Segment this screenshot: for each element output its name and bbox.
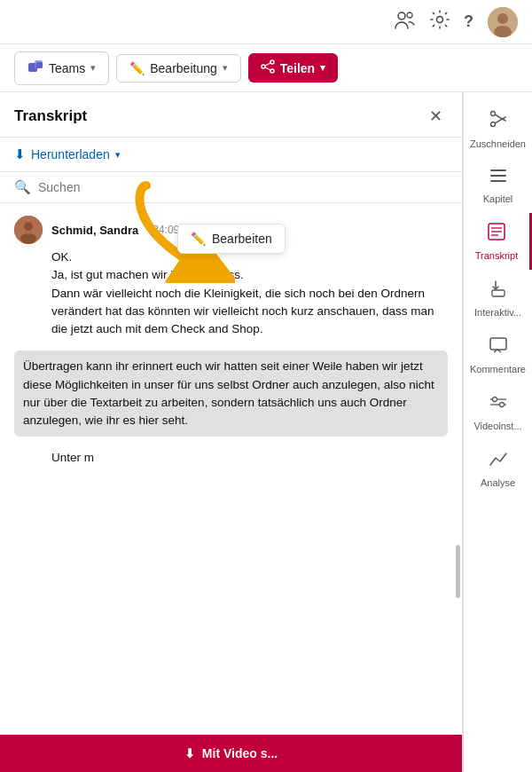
message-block-partial: Unter m <box>14 449 448 467</box>
sidebar-item-analyse[interactable]: Analyse <box>464 440 532 497</box>
main-area: Transkript ✕ ⬇ Herunterladen ▾ 🔍 <box>0 92 532 772</box>
share-button[interactable]: Teilen ▾ <box>248 53 338 83</box>
teams-label: Teams <box>49 61 85 75</box>
svg-rect-29 <box>492 290 505 296</box>
sidebar-label-zuschneiden: Zuschneiden <box>470 138 526 149</box>
sidebar-label-videoeinst: Videoinst... <box>473 421 521 431</box>
download-bar: ⬇ Herunterladen ▾ <box>0 138 462 172</box>
svg-point-9 <box>270 60 274 64</box>
share-chevron: ▾ <box>320 62 325 74</box>
svg-line-13 <box>265 67 270 70</box>
sidebar-label-kapitel: Kapitel <box>483 193 513 204</box>
sidebar-label-transkript: Transkript <box>475 250 519 261</box>
mit-video-button[interactable]: ⬇ Mit Video s... <box>0 735 462 772</box>
share-icon <box>261 59 275 76</box>
transcript-header: Transkript ✕ <box>0 92 462 138</box>
transcript-content[interactable]: Schmid, Sandra 34:09 OK. Ja, ist gut mac… <box>0 203 462 772</box>
sidebar-label-interaktiv: Interaktiv... <box>474 307 521 318</box>
sidebar-item-zuschneiden[interactable]: Zuschneiden <box>464 99 532 158</box>
download-link[interactable]: ⬇ Herunterladen ▾ <box>14 146 121 162</box>
analytics-icon <box>489 449 508 474</box>
edit-tooltip[interactable]: ✏️ Bearbeiten <box>177 224 286 254</box>
edit-label: Bearbeitung <box>150 61 217 75</box>
sidebar-item-kommentare[interactable]: Kommentare <box>464 327 532 383</box>
svg-point-10 <box>270 69 274 73</box>
search-input[interactable] <box>38 180 448 194</box>
settings-icon[interactable] <box>430 10 450 34</box>
message-sender: Schmid, Sandra <box>51 224 138 237</box>
svg-point-32 <box>499 403 504 407</box>
svg-point-16 <box>20 233 36 244</box>
search-bar: 🔍 <box>0 172 462 203</box>
sidebar-item-transkript[interactable]: Transkript <box>464 213 532 270</box>
svg-rect-8 <box>36 62 43 68</box>
sidebar-item-kapitel[interactable]: Kapitel <box>464 158 532 213</box>
edit-pencil-icon: ✏️ <box>129 61 145 75</box>
top-bar-icons: ? <box>395 7 518 37</box>
sidebar-label-analyse: Analyse <box>481 477 515 488</box>
message-block-highlighted: Übertragen kann ihr erinnert euch wir ha… <box>14 351 448 437</box>
sender-avatar <box>14 216 43 244</box>
teams-button[interactable]: Teams ▾ <box>14 51 109 85</box>
top-bar: ? <box>0 0 532 44</box>
mit-video-label: Mit Video s... <box>202 746 278 760</box>
svg-point-15 <box>24 222 33 231</box>
teams-chevron: ▾ <box>90 62 96 74</box>
search-icon: 🔍 <box>14 179 31 195</box>
scissors-icon <box>488 108 509 135</box>
svg-point-1 <box>407 12 412 18</box>
close-button[interactable]: ✕ <box>424 105 448 128</box>
teams-icon <box>27 59 43 78</box>
message-text-2: Ja, ist gut machen wir im Anschluss. <box>51 266 448 284</box>
transcript-panel: Transkript ✕ ⬇ Herunterladen ▾ 🔍 <box>0 92 463 772</box>
mit-video-icon: ⬇ <box>184 746 195 760</box>
message-text-partial: Unter m <box>51 449 448 467</box>
message-text-3: Dann wär vielleicht noch die Kleinigkeit… <box>51 285 448 339</box>
svg-point-2 <box>437 17 443 23</box>
transcript-icon <box>487 222 506 247</box>
svg-point-11 <box>262 65 265 68</box>
sidebar-item-videoeinst[interactable]: Videoinst... <box>464 383 532 440</box>
videosettings-icon <box>489 392 508 417</box>
download-label: Herunterladen <box>31 147 110 161</box>
download-chevron: ▾ <box>115 149 121 161</box>
edit-chevron: ▾ <box>223 62 228 74</box>
download-icon: ⬇ <box>14 146 26 162</box>
edit-button[interactable]: ✏️ Bearbeitung ▾ <box>116 54 241 83</box>
comments-icon <box>489 335 508 360</box>
svg-line-12 <box>265 63 270 66</box>
svg-point-4 <box>497 13 508 24</box>
svg-point-31 <box>492 398 497 402</box>
interactive-icon <box>489 279 508 303</box>
help-icon[interactable]: ? <box>464 12 473 31</box>
avatar[interactable] <box>488 7 518 37</box>
chapters-icon <box>488 167 509 190</box>
svg-point-0 <box>398 12 405 20</box>
svg-rect-30 <box>490 338 506 350</box>
toolbar: Teams ▾ ✏️ Bearbeitung ▾ Teilen ▾ <box>0 44 532 92</box>
people-icon[interactable] <box>395 10 416 34</box>
right-sidebar: Zuschneiden Kapitel Trans <box>463 92 532 772</box>
transcript-title: Transkript <box>14 107 87 125</box>
share-label: Teilen <box>280 61 315 75</box>
edit-tooltip-label: Bearbeiten <box>212 232 272 246</box>
edit-tooltip-icon: ✏️ <box>191 232 206 246</box>
scrollbar[interactable] <box>456 545 460 598</box>
sidebar-label-kommentare: Kommentare <box>470 364 526 374</box>
sidebar-item-interaktiv[interactable]: Interaktiv... <box>464 270 532 327</box>
message-text-highlighted: Übertragen kann ihr erinnert euch wir ha… <box>14 351 448 437</box>
message-time: 34:09 <box>153 224 179 236</box>
